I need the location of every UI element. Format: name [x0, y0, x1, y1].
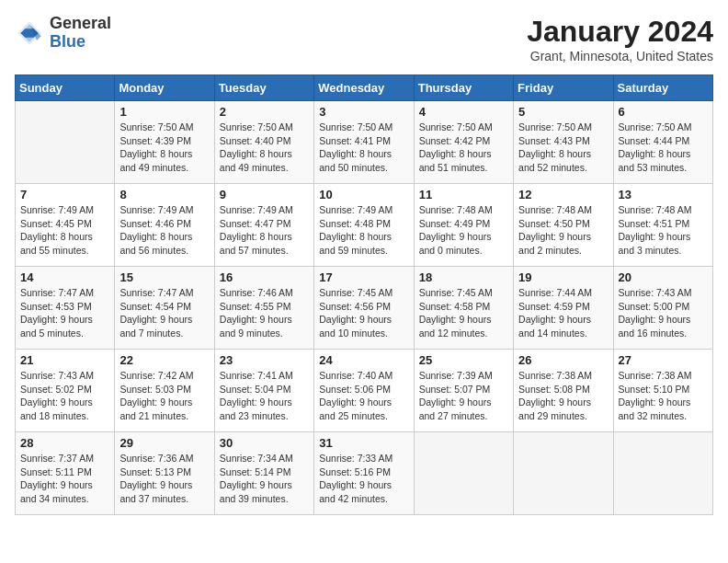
day-number: 8	[119, 188, 209, 201]
day-info: Sunrise: 7:44 AMSunset: 4:59 PMDaylight:…	[518, 286, 608, 340]
logo-icon	[15, 18, 44, 48]
calendar-cell: 17Sunrise: 7:45 AMSunset: 4:56 PMDayligh…	[314, 267, 414, 350]
day-info: Sunrise: 7:43 AMSunset: 5:02 PMDaylight:…	[20, 369, 109, 423]
logo-blue: Blue	[50, 33, 111, 52]
header-thursday: Thursday	[414, 75, 513, 101]
calendar-body: 1Sunrise: 7:50 AMSunset: 4:39 PMDaylight…	[16, 101, 713, 515]
calendar-cell: 25Sunrise: 7:39 AMSunset: 5:07 PMDayligh…	[414, 350, 513, 432]
day-number: 30	[220, 436, 309, 450]
day-info: Sunrise: 7:50 AMSunset: 4:41 PMDaylight:…	[319, 121, 408, 175]
day-number: 17	[319, 270, 408, 284]
day-info: Sunrise: 7:39 AMSunset: 5:07 PMDaylight:…	[419, 369, 508, 423]
calendar-cell: 13Sunrise: 7:48 AMSunset: 4:51 PMDayligh…	[613, 184, 712, 267]
calendar-cell: 11Sunrise: 7:48 AMSunset: 4:49 PMDayligh…	[414, 184, 513, 267]
header-sunday: Sunday	[16, 75, 115, 101]
calendar-table: SundayMondayTuesdayWednesdayThursdayFrid…	[15, 75, 713, 515]
day-number: 6	[619, 105, 708, 119]
day-info: Sunrise: 7:38 AMSunset: 5:08 PMDaylight:…	[518, 369, 608, 423]
day-number: 7	[20, 188, 109, 201]
calendar-week-row: 28Sunrise: 7:37 AMSunset: 5:11 PMDayligh…	[16, 432, 713, 515]
day-info: Sunrise: 7:49 AMSunset: 4:47 PMDaylight:…	[220, 203, 309, 258]
day-number: 23	[220, 353, 309, 367]
calendar-cell: 27Sunrise: 7:38 AMSunset: 5:10 PMDayligh…	[613, 350, 712, 432]
day-info: Sunrise: 7:45 AMSunset: 4:58 PMDaylight:…	[419, 286, 508, 340]
day-number: 1	[119, 105, 209, 119]
calendar-cell: 9Sunrise: 7:49 AMSunset: 4:47 PMDaylight…	[214, 184, 313, 267]
day-info: Sunrise: 7:50 AMSunset: 4:42 PMDaylight:…	[419, 121, 508, 175]
day-info: Sunrise: 7:48 AMSunset: 4:51 PMDaylight:…	[619, 203, 708, 258]
day-number: 4	[419, 105, 508, 119]
header-tuesday: Tuesday	[214, 75, 313, 101]
day-info: Sunrise: 7:47 AMSunset: 4:54 PMDaylight:…	[119, 286, 209, 340]
day-info: Sunrise: 7:50 AMSunset: 4:43 PMDaylight:…	[518, 121, 608, 175]
day-number: 10	[319, 188, 408, 201]
calendar-cell: 16Sunrise: 7:46 AMSunset: 4:55 PMDayligh…	[214, 267, 313, 350]
header-wednesday: Wednesday	[314, 75, 414, 101]
day-info: Sunrise: 7:50 AMSunset: 4:40 PMDaylight:…	[220, 121, 309, 175]
day-number: 5	[518, 105, 608, 119]
calendar-cell: 5Sunrise: 7:50 AMSunset: 4:43 PMDaylight…	[514, 101, 613, 184]
calendar-cell	[16, 101, 115, 184]
day-number: 3	[319, 105, 408, 119]
day-info: Sunrise: 7:34 AMSunset: 5:14 PMDaylight:…	[220, 452, 309, 506]
day-number: 31	[319, 436, 408, 450]
calendar-cell: 8Sunrise: 7:49 AMSunset: 4:46 PMDaylight…	[115, 184, 214, 267]
calendar-header: SundayMondayTuesdayWednesdayThursdayFrid…	[16, 75, 713, 101]
calendar-cell: 3Sunrise: 7:50 AMSunset: 4:41 PMDaylight…	[314, 101, 414, 184]
calendar-cell: 15Sunrise: 7:47 AMSunset: 4:54 PMDayligh…	[115, 267, 214, 350]
calendar-cell: 29Sunrise: 7:36 AMSunset: 5:13 PMDayligh…	[115, 432, 214, 515]
calendar-cell: 18Sunrise: 7:45 AMSunset: 4:58 PMDayligh…	[414, 267, 513, 350]
day-number: 26	[518, 353, 608, 367]
day-info: Sunrise: 7:50 AMSunset: 4:39 PMDaylight:…	[119, 121, 209, 175]
logo: General Blue	[15, 15, 111, 52]
calendar-cell	[514, 432, 613, 515]
title-block: January 2024 Grant, Minnesota, United St…	[527, 15, 713, 63]
calendar-cell: 4Sunrise: 7:50 AMSunset: 4:42 PMDaylight…	[414, 101, 513, 184]
calendar-cell: 20Sunrise: 7:43 AMSunset: 5:00 PMDayligh…	[613, 267, 712, 350]
calendar-cell: 22Sunrise: 7:42 AMSunset: 5:03 PMDayligh…	[115, 350, 214, 432]
day-number: 20	[619, 270, 708, 284]
calendar-cell: 6Sunrise: 7:50 AMSunset: 4:44 PMDaylight…	[613, 101, 712, 184]
calendar-cell: 31Sunrise: 7:33 AMSunset: 5:16 PMDayligh…	[314, 432, 414, 515]
day-info: Sunrise: 7:37 AMSunset: 5:11 PMDaylight:…	[20, 452, 109, 506]
page-header: General Blue January 2024 Grant, Minneso…	[15, 15, 713, 63]
header-saturday: Saturday	[613, 75, 712, 101]
day-info: Sunrise: 7:36 AMSunset: 5:13 PMDaylight:…	[119, 452, 209, 506]
day-number: 15	[119, 270, 209, 284]
day-info: Sunrise: 7:42 AMSunset: 5:03 PMDaylight:…	[119, 369, 209, 423]
calendar-week-row: 7Sunrise: 7:49 AMSunset: 4:45 PMDaylight…	[16, 184, 713, 267]
day-info: Sunrise: 7:49 AMSunset: 4:48 PMDaylight:…	[319, 203, 408, 258]
calendar-cell: 2Sunrise: 7:50 AMSunset: 4:40 PMDaylight…	[214, 101, 313, 184]
day-info: Sunrise: 7:49 AMSunset: 4:45 PMDaylight:…	[20, 203, 109, 258]
location-text: Grant, Minnesota, United States	[527, 49, 713, 63]
calendar-cell: 10Sunrise: 7:49 AMSunset: 4:48 PMDayligh…	[314, 184, 414, 267]
day-number: 11	[419, 188, 508, 201]
day-info: Sunrise: 7:45 AMSunset: 4:56 PMDaylight:…	[319, 286, 408, 340]
calendar-cell	[414, 432, 513, 515]
day-number: 18	[419, 270, 508, 284]
calendar-cell: 7Sunrise: 7:49 AMSunset: 4:45 PMDaylight…	[16, 184, 115, 267]
calendar-cell: 26Sunrise: 7:38 AMSunset: 5:08 PMDayligh…	[514, 350, 613, 432]
calendar-cell: 28Sunrise: 7:37 AMSunset: 5:11 PMDayligh…	[16, 432, 115, 515]
header-monday: Monday	[115, 75, 214, 101]
day-number: 13	[619, 188, 708, 201]
logo-text: General Blue	[50, 15, 111, 52]
day-headers-row: SundayMondayTuesdayWednesdayThursdayFrid…	[16, 75, 713, 101]
day-info: Sunrise: 7:46 AMSunset: 4:55 PMDaylight:…	[220, 286, 309, 340]
calendar-cell: 19Sunrise: 7:44 AMSunset: 4:59 PMDayligh…	[514, 267, 613, 350]
day-info: Sunrise: 7:43 AMSunset: 5:00 PMDaylight:…	[619, 286, 708, 340]
logo-general: General	[50, 15, 111, 33]
day-number: 16	[220, 270, 309, 284]
calendar-cell: 12Sunrise: 7:48 AMSunset: 4:50 PMDayligh…	[514, 184, 613, 267]
day-number: 24	[319, 353, 408, 367]
day-info: Sunrise: 7:50 AMSunset: 4:44 PMDaylight:…	[619, 121, 708, 175]
day-info: Sunrise: 7:47 AMSunset: 4:53 PMDaylight:…	[20, 286, 109, 340]
day-number: 19	[518, 270, 608, 284]
calendar-cell: 14Sunrise: 7:47 AMSunset: 4:53 PMDayligh…	[16, 267, 115, 350]
calendar-cell: 30Sunrise: 7:34 AMSunset: 5:14 PMDayligh…	[214, 432, 313, 515]
calendar-cell: 23Sunrise: 7:41 AMSunset: 5:04 PMDayligh…	[214, 350, 313, 432]
day-number: 2	[220, 105, 309, 119]
day-number: 27	[619, 353, 708, 367]
day-number: 29	[119, 436, 209, 450]
day-number: 9	[220, 188, 309, 201]
